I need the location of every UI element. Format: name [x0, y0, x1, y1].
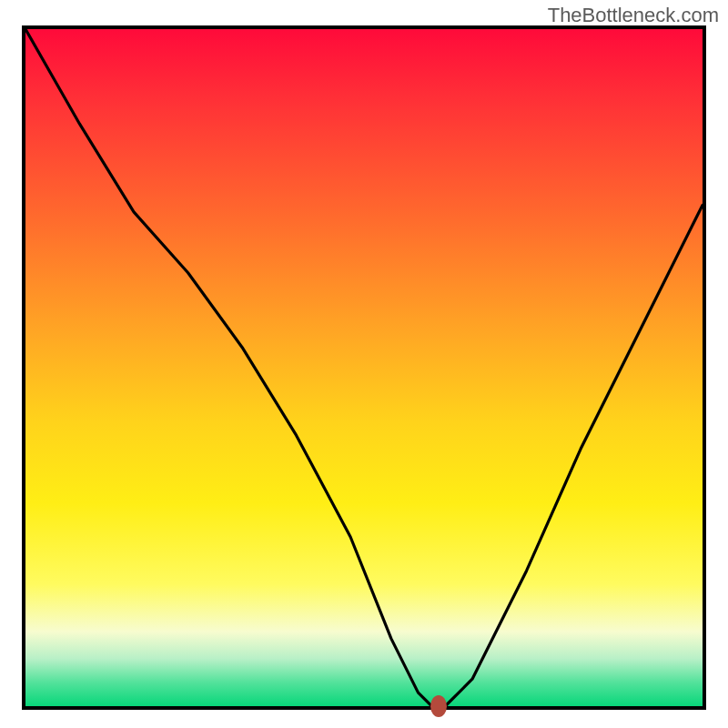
bottleneck-curve [25, 29, 703, 706]
curve-path [25, 29, 703, 706]
chart-container: TheBottleneck.com [0, 0, 728, 728]
optimum-marker [430, 695, 447, 717]
plot-area [22, 25, 706, 710]
watermark-text: TheBottleneck.com [548, 4, 719, 27]
